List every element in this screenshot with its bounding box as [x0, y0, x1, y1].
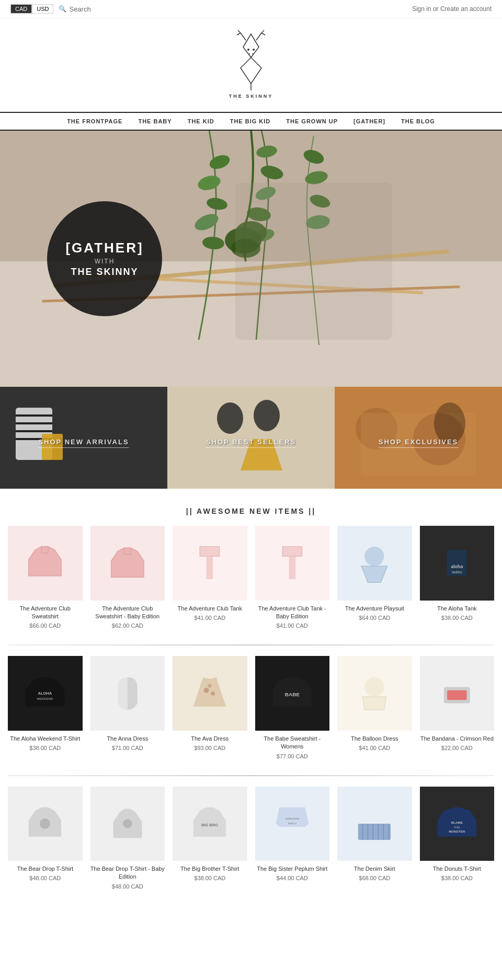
product-card-r2-4[interactable]: The Balloon Dress $41.00 CAD: [337, 656, 412, 759]
svg-point-25: [255, 144, 278, 159]
product-card-r3-0[interactable]: The Bear Drop T-Shirt $48.00 CAD: [8, 787, 83, 890]
svg-line-4: [237, 33, 241, 35]
usd-button[interactable]: USD: [32, 4, 53, 14]
svg-text:everyone: everyone: [286, 816, 299, 820]
product-card-4[interactable]: The Adventure Playsuit $64.00 CAD: [337, 526, 412, 629]
product-card-r3-4[interactable]: The Denim Skirt $68.00 CAD: [337, 787, 412, 890]
svg-point-32: [309, 192, 332, 210]
top-bar: CAD USD 🔍 Search Sign in or Create an ac…: [0, 0, 502, 18]
hero-banner[interactable]: [GATHER] WITH THE SKINNY: [0, 131, 502, 387]
sign-in-link[interactable]: Sign in: [412, 5, 431, 13]
product-card-3[interactable]: The Adventure Club Tank - Baby Edition $…: [255, 526, 330, 629]
shop-best-sellers-tile[interactable]: SHOP BEST SELLERS: [167, 387, 335, 489]
svg-line-3: [238, 30, 241, 33]
product-name-r2-5: The Bandana - Crimson Red: [420, 735, 495, 743]
svg-text:ladies: ladies: [452, 570, 462, 574]
product-price-r3-2: $38.00 CAD: [173, 875, 247, 881]
create-account-link[interactable]: Create an account: [440, 5, 492, 13]
product-price-r2-1: $71.00 CAD: [90, 745, 165, 751]
search-icon: 🔍: [59, 5, 66, 13]
product-card-r2-5[interactable]: The Bandana - Crimson Red $22.00 CAD: [420, 656, 495, 759]
product-price-r3-5: $38.00 CAD: [420, 875, 495, 881]
svg-point-64: [365, 677, 384, 696]
svg-text:aloha: aloha: [451, 564, 463, 569]
product-card-1[interactable]: The Adventure Club Sweatshirt - Baby Edi…: [90, 526, 165, 629]
nav-grownup[interactable]: THE GROWN UP: [286, 118, 338, 124]
svg-point-54: [365, 547, 384, 566]
product-card-r2-1[interactable]: The Anna Dress $71.00 CAD: [90, 656, 165, 759]
product-name-r2-3: The Babe Sweatshirt - Womens: [255, 735, 330, 751]
shop-new-arrivals-tile[interactable]: SHOP NEW ARRIVALS: [0, 387, 167, 489]
svg-point-21: [196, 174, 222, 193]
svg-point-34: [225, 227, 261, 253]
nav-baby[interactable]: THE BABY: [138, 118, 172, 124]
product-card-5[interactable]: alohaladies The Aloha Tank $38.00 CAD: [420, 526, 495, 629]
svg-point-22: [206, 197, 228, 212]
svg-point-33: [305, 214, 330, 230]
nav-blog[interactable]: THE BLOG: [401, 118, 435, 124]
product-name-4: The Adventure Playsuit: [337, 605, 412, 613]
product-price-r2-5: $22.00 CAD: [420, 745, 495, 751]
svg-text:WEEKEND: WEEKEND: [37, 697, 54, 700]
product-img-r2-5: [420, 656, 495, 731]
product-img-r2-3: BABE: [255, 656, 330, 731]
svg-point-36: [231, 239, 260, 258]
product-name-r2-4: The Balloon Dress: [337, 735, 412, 743]
product-card-r3-2[interactable]: BIG BRO The Big Brother T-Shirt $38.00 C…: [173, 787, 247, 890]
svg-point-27: [254, 185, 277, 202]
svg-point-68: [123, 819, 132, 828]
svg-point-23: [192, 211, 221, 234]
product-img-r3-1: [90, 787, 165, 861]
product-name-r2-1: The Anna Dress: [90, 735, 165, 743]
product-grid-row3: The Bear Drop T-Shirt $48.00 CAD The Bea…: [0, 787, 502, 905]
svg-point-24: [202, 236, 225, 250]
nav-frontpage[interactable]: THE FRONTPAGE: [67, 118, 122, 124]
product-card-0[interactable]: The Adventure Club Sweatshirt $66.00 CAD: [8, 526, 83, 629]
svg-point-30: [302, 147, 326, 166]
svg-point-35: [235, 221, 267, 244]
product-price-1: $62.00 CAD: [90, 622, 165, 629]
product-name-r3-5: The Donuts T-Shirt: [420, 865, 495, 873]
product-card-r2-2[interactable]: The Ava Dress $93.00 CAD: [173, 656, 247, 759]
search-area[interactable]: 🔍 Search: [59, 5, 90, 13]
shop-tiles: SHOP NEW ARRIVALS SHOP BEST SELLERS SHOP…: [0, 387, 502, 489]
product-card-r3-3[interactable]: everyoneloves a The Big Sister Peplum Sh…: [255, 787, 330, 890]
svg-point-60: [204, 687, 209, 693]
svg-text:BIG BRO: BIG BRO: [201, 823, 218, 827]
product-img-3: [255, 526, 330, 601]
currency-switcher: CAD USD: [10, 4, 53, 14]
product-card-2[interactable]: The Adventure Club Tank $41.00 CAD: [173, 526, 247, 629]
nav-bigkid[interactable]: THE BIG KID: [230, 118, 271, 124]
or-text: or: [431, 5, 440, 13]
product-name-2: The Adventure Club Tank: [173, 605, 247, 613]
product-card-r3-1[interactable]: The Bear Drop T-Shirt - Baby Edition $48…: [90, 787, 165, 890]
svg-point-61: [211, 691, 215, 695]
product-card-r2-3[interactable]: BABE The Babe Sweatshirt - Womens $77.00…: [255, 656, 330, 759]
gather-brand: THE SKINNY: [71, 267, 138, 278]
nav-gather[interactable]: [GATHER]: [353, 118, 385, 124]
svg-line-7: [261, 33, 265, 35]
main-nav: THE FRONTPAGE THE BABY THE KID THE BIG K…: [0, 112, 502, 131]
nav-kid[interactable]: THE KID: [188, 118, 214, 124]
product-img-0: [8, 526, 83, 601]
svg-point-67: [40, 818, 50, 829]
svg-point-9: [253, 49, 255, 51]
product-img-r2-4: [337, 656, 412, 731]
shop-exclusives-tile[interactable]: SHOP EXCLUSIVES: [335, 387, 502, 489]
svg-text:BABE: BABE: [285, 691, 300, 697]
product-img-r3-0: [8, 787, 83, 861]
product-img-2: [173, 526, 247, 601]
gather-circle[interactable]: [GATHER] WITH THE SKINNY: [47, 201, 162, 316]
logo-svg[interactable]: THE SKINNY: [220, 29, 282, 102]
svg-rect-66: [447, 690, 466, 700]
product-name-5: The Aloha Tank: [420, 605, 495, 613]
cad-button[interactable]: CAD: [10, 4, 32, 14]
gather-title: [GATHER]: [65, 240, 143, 256]
exclusives-label: SHOP EXCLUSIVES: [379, 438, 459, 448]
product-card-r2-0[interactable]: ALOHAWEEKEND The Aloha Weekend T-Shirt $…: [8, 656, 83, 759]
product-card-r3-5[interactable]: BLAMETHISMONSTER The Donuts T-Shirt $38.…: [420, 787, 495, 890]
product-name-r3-1: The Bear Drop T-Shirt - Baby Edition: [90, 865, 165, 881]
product-img-r2-0: ALOHAWEEKEND: [8, 656, 83, 731]
sign-in-area: Sign in or Create an account: [412, 5, 492, 13]
product-price-5: $38.00 CAD: [420, 615, 495, 621]
